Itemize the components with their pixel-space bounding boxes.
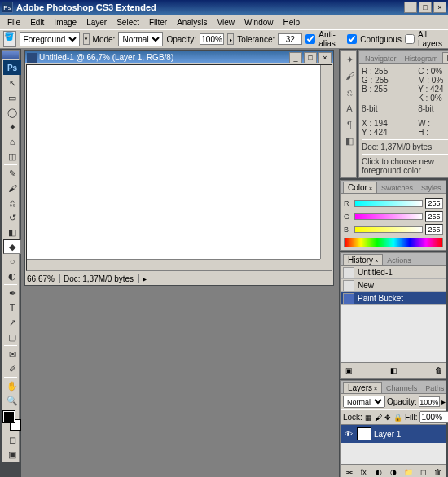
status-menu[interactable]: ▸	[143, 274, 147, 283]
menu-edit[interactable]: Edit	[26, 17, 48, 28]
fill-source-select[interactable]: Foreground	[20, 32, 80, 46]
marquee-tool[interactable]: ▭	[3, 90, 21, 105]
slider-b[interactable]	[354, 226, 423, 233]
blur-tool[interactable]: ○	[3, 254, 21, 269]
tool-presets-icon[interactable]: ✦	[343, 53, 356, 66]
tab-channels[interactable]: Channels	[382, 383, 421, 393]
mode-select[interactable]: Normal	[118, 32, 163, 46]
menu-analysis[interactable]: Analysis	[173, 17, 211, 28]
layer-mask-button[interactable]: ◐	[373, 466, 384, 477]
tab-info[interactable]: Info×	[442, 52, 448, 63]
slider-r[interactable]	[354, 200, 423, 207]
wand-tool[interactable]: ✦	[3, 120, 21, 134]
document-titlebar[interactable]: Untitled-1 @ 66,7% (Layer 1, RGB/8) _ □ …	[25, 51, 333, 63]
blend-mode-select[interactable]: Normal	[343, 396, 385, 408]
input-r[interactable]	[425, 198, 443, 209]
history-step-paintbucket[interactable]: Paint Bucket	[341, 292, 446, 305]
eyedropper-tool[interactable]: ✐	[3, 361, 21, 376]
new-layer-button[interactable]: ◻	[418, 466, 429, 477]
tab-layers[interactable]: Layers×	[343, 382, 382, 393]
lock-transparency-icon[interactable]: ▦	[365, 413, 372, 422]
menu-layer[interactable]: Layer	[82, 17, 111, 28]
lock-pixels-icon[interactable]: 🖌	[375, 413, 382, 422]
adjustment-layer-button[interactable]: ◑	[388, 466, 399, 477]
zoom-value[interactable]: 66,67%	[27, 274, 60, 283]
paint-bucket-tool[interactable]: ◆	[3, 239, 21, 254]
tab-swatches[interactable]: Swatches	[377, 183, 417, 193]
tab-navigator[interactable]: Navigator	[361, 54, 401, 63]
brushes-icon[interactable]: 🖌	[343, 69, 356, 82]
tolerance-input[interactable]	[278, 33, 302, 45]
menu-select[interactable]: Select	[112, 17, 143, 28]
tab-color[interactable]: Color×	[343, 182, 377, 193]
new-group-button[interactable]: 📁	[402, 466, 414, 477]
visibility-icon[interactable]: 👁	[343, 428, 354, 440]
history-brush-tool[interactable]: ↺	[3, 210, 21, 225]
scrollbar-horizontal[interactable]	[27, 259, 320, 270]
scrollbar-vertical[interactable]	[320, 65, 332, 259]
dodge-tool[interactable]: ◐	[3, 269, 21, 283]
slice-tool[interactable]: ◫	[3, 149, 21, 164]
shape-tool[interactable]: ▢	[3, 330, 21, 344]
history-snapshot-button[interactable]: ◧	[388, 365, 399, 376]
character-icon[interactable]: A	[343, 102, 356, 115]
tab-history[interactable]: History×	[343, 254, 383, 265]
stamp-tool[interactable]: ⎌	[3, 195, 21, 210]
path-tool[interactable]: ↗	[3, 315, 21, 330]
crop-tool[interactable]: ⌂	[3, 134, 21, 149]
color-swatches[interactable]	[3, 411, 21, 431]
menu-file[interactable]: File	[3, 17, 24, 28]
minimize-button[interactable]: _	[404, 2, 417, 13]
clone-source-icon[interactable]: ⎌	[343, 85, 356, 98]
notes-tool[interactable]: ✉	[3, 347, 21, 361]
maximize-button[interactable]: □	[419, 2, 432, 13]
menu-window[interactable]: Window	[240, 17, 278, 28]
zoom-tool[interactable]: 🔍	[3, 393, 21, 408]
quick-mask-toggle[interactable]: ◻	[3, 432, 21, 447]
delete-layer-button[interactable]: 🗑	[433, 466, 444, 477]
slider-g[interactable]	[354, 213, 423, 220]
lasso-tool[interactable]: ◯	[3, 105, 21, 120]
layer-comps-icon[interactable]: ◧	[343, 134, 356, 147]
hand-tool[interactable]: ✋	[3, 379, 21, 393]
menu-view[interactable]: View	[213, 17, 239, 28]
layer-opacity-dropdown[interactable]: ▸	[441, 397, 446, 406]
input-g[interactable]	[425, 211, 443, 222]
paragraph-icon[interactable]: ¶	[343, 118, 356, 131]
type-tool[interactable]: T	[3, 300, 21, 315]
menu-filter[interactable]: Filter	[145, 17, 171, 28]
tab-actions[interactable]: Actions	[383, 256, 415, 265]
link-layers-button[interactable]: ⫘	[343, 466, 354, 477]
history-delete-button[interactable]: 🗑	[433, 365, 444, 376]
opacity-dropdown[interactable]: ▸	[227, 33, 234, 45]
opacity-input[interactable]	[200, 33, 224, 45]
layer-fill-input[interactable]	[419, 411, 448, 423]
menu-image[interactable]: Image	[50, 17, 81, 28]
layer-name[interactable]: Layer 1	[374, 430, 401, 439]
screen-mode-toggle[interactable]: ▣	[3, 447, 21, 462]
heal-tool[interactable]: ✎	[3, 166, 21, 181]
all-layers-checkbox[interactable]	[405, 34, 415, 44]
history-new-doc-button[interactable]: ▣	[343, 365, 354, 376]
brush-tool[interactable]: 🖌	[3, 181, 21, 195]
lock-position-icon[interactable]: ✥	[384, 413, 391, 422]
eraser-tool[interactable]: ◧	[3, 225, 21, 239]
pattern-picker[interactable]: ▼	[83, 33, 90, 45]
input-b[interactable]	[425, 224, 443, 235]
layer-style-button[interactable]: fx	[358, 466, 369, 477]
menu-help[interactable]: Help	[279, 17, 305, 28]
doc-maximize-button[interactable]: □	[304, 52, 317, 63]
color-spectrum[interactable]	[344, 238, 443, 247]
tab-paths[interactable]: Paths	[421, 383, 448, 393]
layer-opacity-input[interactable]	[419, 396, 440, 407]
close-button[interactable]: ×	[433, 2, 446, 13]
layer-row[interactable]: 👁 Layer 1	[341, 425, 446, 443]
tab-histogram[interactable]: Histogram	[401, 54, 442, 63]
history-step-new[interactable]: New	[341, 279, 446, 292]
layer-thumbnail[interactable]	[357, 427, 371, 440]
contiguous-checkbox[interactable]	[347, 34, 357, 44]
toolbox-grip[interactable]	[2, 51, 19, 59]
canvas[interactable]	[26, 64, 332, 271]
history-snapshot[interactable]: Untitled-1	[341, 266, 446, 279]
pen-tool[interactable]: ✒	[3, 286, 21, 300]
